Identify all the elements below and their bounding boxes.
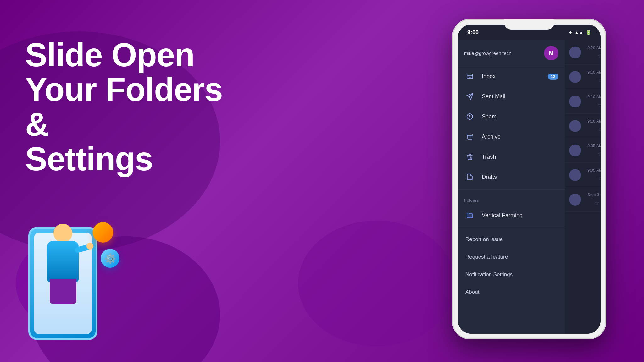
email-time: 9:05 AM <box>587 143 601 148</box>
folder-icon <box>464 210 475 221</box>
email-list-item[interactable]: 9:10 AM ☆ <box>565 114 601 138</box>
headline-line3: Settings <box>25 140 153 177</box>
star-icon[interactable]: ☆ <box>597 175 601 182</box>
archive-label: Archive <box>482 134 558 140</box>
star-icon[interactable]: ☆ <box>594 200 599 206</box>
person-head <box>53 224 72 243</box>
email-meta: 9:05 AM ☆ <box>587 168 601 182</box>
menu-item-about[interactable]: About <box>458 283 565 301</box>
person-body <box>47 241 79 282</box>
notification-settings-label: Notification Settings <box>465 272 513 277</box>
menu-item-report-issue[interactable]: Report an issue <box>458 231 565 248</box>
report-issue-label: Report an issue <box>465 236 503 242</box>
email-meta: 9:10 AM ☆ <box>587 119 601 133</box>
email-time: 9:05 AM <box>587 168 601 173</box>
about-label: About <box>465 289 479 295</box>
person-legs <box>50 279 76 304</box>
email-time: Sept 3 <box>587 192 599 197</box>
orb-folder-icon <box>93 222 113 243</box>
email-time: 9:10 AM <box>587 70 601 74</box>
drawer-user-email: mike@growgreen.tech <box>464 51 511 56</box>
folders-section-label: Folders <box>458 192 565 205</box>
email-list-item[interactable]: 9:05 AM ☆ <box>565 163 601 187</box>
email-time: 9:10 AM <box>587 119 601 123</box>
phone-illustration: ⚙️ <box>16 217 123 349</box>
email-avatar <box>569 145 581 156</box>
phone-screen: 9:00 ● ▲▲ 🔋 mike@growgreen.tech M <box>458 25 601 334</box>
status-time: 9:00 <box>467 29 479 36</box>
drawer-user-header: mike@growgreen.tech M <box>458 40 565 66</box>
archive-icon <box>464 131 475 142</box>
battery-icon: 🔋 <box>586 30 591 35</box>
email-list-item[interactable]: 9:10 AM ☆ <box>565 89 601 114</box>
drafts-label: Drafts <box>482 174 558 180</box>
email-meta: 9:05 AM ☆ <box>587 143 601 157</box>
trash-icon <box>464 151 475 162</box>
email-list-panel: 9:20 AM ☆ 9:10 AM ☆ <box>565 25 601 334</box>
sent-icon <box>464 91 475 102</box>
menu-divider-folders <box>458 189 565 190</box>
svg-point-3 <box>469 118 470 118</box>
menu-item-notification-settings[interactable]: Notification Settings <box>458 266 565 283</box>
menu-item-vertical-farming[interactable]: Vertical Farming <box>458 205 565 225</box>
email-list-item[interactable]: Sept 3 ☆ <box>565 187 601 212</box>
menu-item-drafts[interactable]: Drafts <box>458 167 565 187</box>
email-avatar <box>569 96 581 107</box>
star-icon[interactable]: ☆ <box>597 126 601 133</box>
signal-icon: ▲▲ <box>575 30 583 35</box>
email-meta: Sept 3 ☆ <box>587 192 599 206</box>
menu-item-inbox[interactable]: Inbox 12 <box>458 66 565 86</box>
star-icon[interactable]: ☆ <box>597 151 601 157</box>
request-feature-label: Request a feature <box>465 254 508 260</box>
email-meta: 9:10 AM ☆ <box>587 94 601 108</box>
trash-label: Trash <box>482 154 558 160</box>
svg-rect-4 <box>467 134 473 135</box>
menu-item-spam[interactable]: Spam <box>458 107 565 127</box>
drawer-avatar: M <box>544 46 558 60</box>
headline-line1: Slide Open <box>25 36 194 73</box>
email-list-item[interactable]: 9:10 AM ☆ <box>565 65 601 89</box>
email-list-item[interactable]: 9:20 AM ☆ <box>565 40 601 65</box>
orb-gear-icon: ⚙️ <box>101 249 119 268</box>
person-hand <box>86 243 93 250</box>
menu-divider-footer <box>458 228 565 228</box>
vertical-farming-label: Vertical Farming <box>482 212 558 219</box>
status-icons: ● ▲▲ 🔋 <box>569 30 591 35</box>
phone-notch <box>504 19 554 30</box>
inbox-label: Inbox <box>482 73 541 80</box>
spam-icon <box>464 111 475 122</box>
email-avatar <box>569 47 581 58</box>
email-time: 9:20 AM <box>587 45 601 50</box>
menu-item-trash[interactable]: Trash <box>458 147 565 167</box>
email-avatar <box>569 120 581 132</box>
email-meta: 9:10 AM ☆ <box>587 70 601 84</box>
email-meta: 9:20 AM ☆ <box>587 45 601 59</box>
inbox-badge: 12 <box>548 74 558 80</box>
drawer-panel: mike@growgreen.tech M Inbox 12 <box>458 25 565 334</box>
email-avatar <box>569 169 581 181</box>
headline-section: Slide Open Your Folders & Settings <box>25 38 245 176</box>
star-icon[interactable]: ☆ <box>597 52 601 59</box>
headline-line2: Your Folders & <box>25 71 223 142</box>
inbox-icon <box>464 71 475 82</box>
star-icon[interactable]: ☆ <box>597 101 601 108</box>
menu-item-request-feature[interactable]: Request a feature <box>458 248 565 266</box>
menu-item-archive[interactable]: Archive <box>458 127 565 147</box>
sent-label: Sent Mail <box>482 93 558 100</box>
email-time: 9:10 AM <box>587 94 601 99</box>
drafts-icon <box>464 171 475 183</box>
email-avatar <box>569 71 581 83</box>
menu-item-sent[interactable]: Sent Mail <box>458 86 565 107</box>
illus-person <box>38 224 88 331</box>
phone-mockup: 9:00 ● ▲▲ 🔋 mike@growgreen.tech M <box>452 19 606 339</box>
spam-label: Spam <box>482 113 558 120</box>
headline-text: Slide Open Your Folders & Settings <box>25 38 245 176</box>
email-list-item[interactable]: 9:05 AM ☆ <box>565 138 601 163</box>
email-avatar <box>569 194 581 206</box>
bg-blob-3 <box>298 221 455 346</box>
star-icon[interactable]: ☆ <box>597 77 601 84</box>
wifi-icon: ● <box>569 30 572 35</box>
